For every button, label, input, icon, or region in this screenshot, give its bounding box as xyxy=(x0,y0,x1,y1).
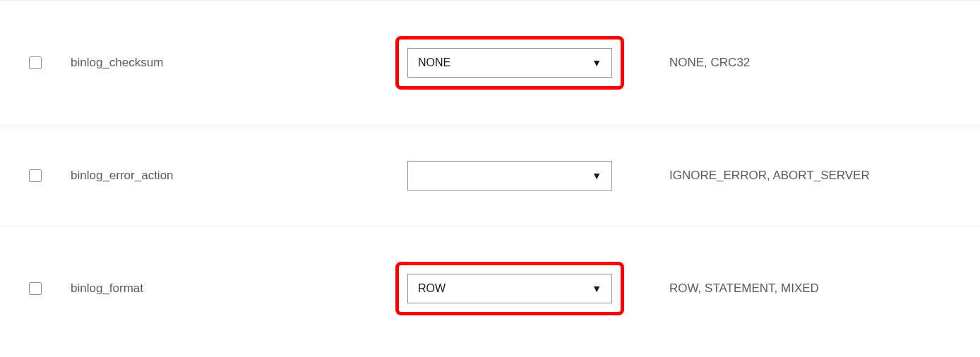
parameter-value-cell: ▼ xyxy=(395,161,664,190)
checkbox-cell xyxy=(0,282,71,295)
parameter-table: binlog_checksum NONE ▼ NONE, CRC32 binlo… xyxy=(0,0,980,351)
select-value: NONE xyxy=(418,56,450,69)
allowed-values: ROW, STATEMENT, MIXED xyxy=(664,282,980,296)
highlight-box: NONE ▼ xyxy=(395,36,624,90)
allowed-values: NONE, CRC32 xyxy=(664,56,980,70)
parameter-value-select[interactable]: NONE ▼ xyxy=(407,48,612,78)
parameter-value-cell: ROW ▼ xyxy=(395,262,664,315)
parameter-name: binlog_format xyxy=(71,282,395,296)
allowed-values: IGNORE_ERROR, ABORT_SERVER xyxy=(664,169,980,183)
caret-down-icon: ▼ xyxy=(592,283,602,294)
parameter-row: binlog_error_action ▼ IGNORE_ERROR, ABOR… xyxy=(0,126,980,226)
parameter-name: binlog_error_action xyxy=(71,169,395,183)
parameter-value-select[interactable]: ROW ▼ xyxy=(407,274,612,303)
parameter-row: binlog_format ROW ▼ ROW, STATEMENT, MIXE… xyxy=(0,226,980,351)
parameter-name: binlog_checksum xyxy=(71,56,395,70)
select-value: ROW xyxy=(418,282,446,295)
checkbox-cell xyxy=(0,169,71,182)
checkbox-cell xyxy=(0,56,71,69)
row-checkbox[interactable] xyxy=(29,169,42,182)
row-checkbox[interactable] xyxy=(29,282,42,295)
row-checkbox[interactable] xyxy=(29,56,42,69)
parameter-value-cell: NONE ▼ xyxy=(395,36,664,90)
caret-down-icon: ▼ xyxy=(592,57,602,68)
parameter-value-select[interactable]: ▼ xyxy=(407,161,612,190)
caret-down-icon: ▼ xyxy=(592,170,602,181)
highlight-box: ROW ▼ xyxy=(395,262,624,315)
parameter-row: binlog_checksum NONE ▼ NONE, CRC32 xyxy=(0,1,980,126)
